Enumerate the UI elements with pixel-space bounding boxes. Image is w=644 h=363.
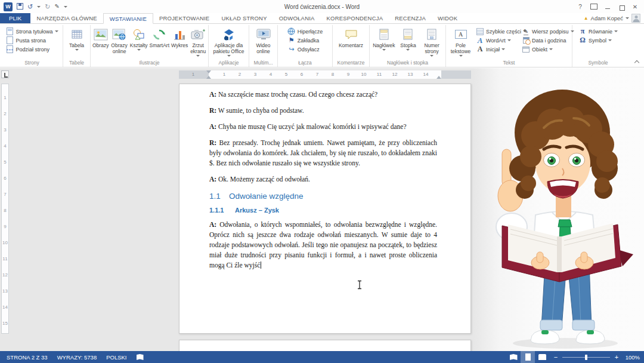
hanging-indent-marker[interactable] [206,76,211,79]
date-time-icon [523,37,530,44]
screenshot-button[interactable]: Zrzut ekranu [189,26,207,59]
customize-qat-icon[interactable] [64,6,67,8]
table-icon [72,27,82,42]
zoom-slider[interactable] [562,357,610,358]
text-box-button[interactable]: A Pole tekstowe [447,26,474,59]
collapse-ribbon-icon[interactable] [634,60,639,64]
read-mode-icon [510,354,518,360]
zoom-slider-thumb[interactable] [585,355,587,360]
office-apps-button[interactable]: Aplikacje dla pakietu Office [210,26,247,59]
warning-icon[interactable]: ▲ [584,16,589,21]
ruler-number: 2 [237,72,243,77]
tab-odwolania[interactable]: ODWOŁANIA [273,13,321,23]
blank-page-icon [7,36,13,44]
tab-plik[interactable]: PLIK [0,13,30,23]
cross-reference-button[interactable]: ↪ Odsyłacz [286,45,324,54]
group-ilustracje: Obrazy Obrazy online Kształty SmartArt [91,25,209,67]
vertical-ruler[interactable]: 123456789101112131415 [1,84,9,334]
dropdown-icon [430,55,434,57]
restore-icon[interactable] [617,2,626,11]
help-icon[interactable]: ? [576,2,584,11]
heading-1.1: 1.1Odwołanie względne [209,192,437,201]
smartart-button[interactable]: SmartArt [149,26,171,59]
hyperlink-button[interactable]: Hiperłącze [286,27,324,36]
document-page-next[interactable] [179,340,471,351]
page-indicator[interactable]: STRONA 2 Z 33 [2,351,52,363]
document-page[interactable]: A: Na szczęście masz trochę czasu. Od cz… [179,84,471,334]
equation-button[interactable]: π Równanie [577,27,619,36]
button-label: Numer strony [420,43,444,55]
minimize-icon[interactable] [603,2,612,11]
close-icon[interactable]: ✕ [631,2,639,11]
tab-narzedzia-glowne[interactable]: NARZĘDZIA GŁÓWNE [30,13,103,23]
online-pictures-button[interactable]: Obrazy online [110,26,128,59]
print-layout-button[interactable] [521,351,535,363]
group-label: Tekst [447,59,571,67]
button-label: Szybkie części [486,29,521,35]
account-dropdown-icon[interactable] [626,17,629,19]
wordart-button[interactable]: A WordArt [475,36,520,45]
paragraph: A: Odwołania, o których wspomniałeś, to … [209,220,437,270]
cover-page-button[interactable]: Strona tytułowa [4,27,59,36]
blank-page-button[interactable]: Pusta strona [4,36,59,45]
tab-stop-selector[interactable] [1,70,9,78]
dropdown-icon [459,55,463,57]
page-break-button[interactable]: Podział strony [4,45,59,54]
user-name[interactable]: Adam Kopeć [591,15,623,21]
zoom-in-button[interactable]: + [614,353,620,361]
tab-uklad-strony[interactable]: UKŁAD STRONY [215,13,273,23]
button-label: Równanie [589,29,612,35]
horizontal-ruler[interactable]: 1 1234567891011121314 [179,70,471,79]
quick-parts-button[interactable]: Szybkie części [475,27,520,36]
quick-access-toolbar: W ↺ ↻ ✎ [0,1,67,12]
object-button[interactable]: Obiekt [521,45,571,54]
right-indent-marker[interactable] [436,76,441,79]
comment-button[interactable]: Komentarz [335,26,368,59]
ruler-number: 11 [2,256,8,262]
dropdown-icon [382,49,386,51]
tab-wstawianie[interactable]: WSTAWIANIE [103,13,153,24]
ruler-number: 15 [2,321,8,326]
tab-widok[interactable]: WIDOK [432,13,463,23]
header-button[interactable]: Nagłówek [371,26,397,59]
ribbon-display-options-icon[interactable] [590,2,598,11]
signature-line-button[interactable]: ✎ Wiersz podpisu [521,27,571,36]
zoom-out-button[interactable]: − [553,353,559,361]
spellcheck-indicator[interactable] [132,351,148,363]
drop-cap-button[interactable]: A Inicjał [475,45,520,54]
text-box-icon: A [455,30,467,39]
language-indicator[interactable]: POLSKI [101,351,131,363]
pen-icon[interactable]: ✎ [54,2,59,11]
word-count[interactable]: WYRAZY: 5738 [52,351,102,363]
chart-button[interactable]: Wykres [171,26,188,59]
undo-dropdown-icon[interactable] [37,6,41,8]
bookmark-button[interactable]: ⚑ Zakładka [286,36,324,45]
online-video-button[interactable]: Wideo online [250,26,276,59]
word-logo-icon[interactable]: W [4,2,13,11]
undo-icon[interactable]: ↺ [27,2,33,11]
read-mode-button[interactable] [506,351,521,363]
footer-button[interactable]: Stopka [398,26,419,59]
button-label: Komentarz [339,43,363,49]
web-layout-button[interactable] [535,351,549,363]
zoom-level[interactable]: 100% [623,354,642,361]
ruler-number: 1 [221,72,227,77]
ruler-number: 14 [2,304,8,310]
footer-icon [403,27,413,42]
page-number-button[interactable]: Numer strony [419,26,444,59]
shapes-button[interactable]: Kształty [129,26,148,59]
date-time-button[interactable]: Data i godzina [521,36,571,45]
pictures-button[interactable]: Obrazy [92,26,109,59]
avatar[interactable] [631,14,640,23]
tab-korespondencja[interactable]: KORESPONDENCJA [321,13,389,23]
redo-icon[interactable]: ↻ [45,2,50,11]
first-line-indent-marker[interactable] [206,70,211,73]
floppy-icon [17,3,23,10]
button-label: Zakładka [298,38,320,44]
tab-projektowanie[interactable]: PROJEKTOWANIE [153,13,215,23]
save-icon[interactable] [17,1,23,12]
table-button[interactable]: Tabela [65,26,89,59]
tab-recenzja[interactable]: RECENZJA [389,13,432,23]
ruler-number: 5 [283,72,289,77]
symbol-button[interactable]: Ω Symbol [577,36,619,45]
